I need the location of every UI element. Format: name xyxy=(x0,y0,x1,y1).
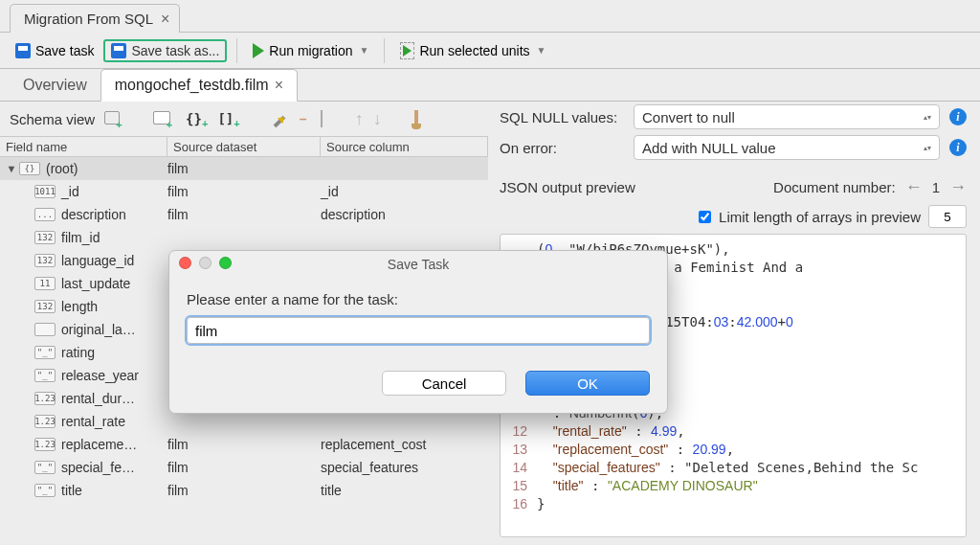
select-arrows-icon: ▴▾ xyxy=(924,114,931,121)
type-pill: 132 xyxy=(34,254,56,267)
save-icon xyxy=(15,43,31,58)
type-pill: 1011 xyxy=(34,185,56,198)
next-doc-icon[interactable]: → xyxy=(949,177,967,197)
limit-array-checkbox[interactable] xyxy=(699,211,711,223)
toolbar-separator xyxy=(384,38,385,63)
dialog-prompt: Please enter a name for the task: xyxy=(187,291,650,307)
document-number-value: 1 xyxy=(932,179,940,195)
field-name: original_la… xyxy=(61,322,136,337)
tree-row[interactable]: ▼{}(root)film xyxy=(0,157,488,180)
run-migration-label: Run migration xyxy=(269,43,352,58)
type-pill: 1.23 xyxy=(34,415,56,428)
field-name: (root) xyxy=(46,161,78,176)
cancel-button[interactable]: Cancel xyxy=(382,371,506,396)
ok-button[interactable]: OK xyxy=(525,371,650,396)
null-values-select[interactable]: Convert to null ▴▾ xyxy=(634,104,940,129)
col-field-name[interactable]: Field name xyxy=(0,137,167,156)
tab-overview[interactable]: Overview xyxy=(10,70,100,101)
null-values-label: SQL NULL values: xyxy=(500,109,624,125)
field-name: rental_dur… xyxy=(61,391,135,406)
tab-film[interactable]: mongochef_testdb.film× xyxy=(100,69,298,102)
source-column: replacement_cost xyxy=(321,437,482,452)
disclosure-triangle-icon[interactable]: ▼ xyxy=(6,163,17,174)
add-object-icon[interactable]: {}+ xyxy=(186,111,208,126)
field-name: film_id xyxy=(61,230,100,245)
on-error-label: On error: xyxy=(500,140,624,156)
type-pill: "_" xyxy=(34,484,56,497)
field-name: language_id xyxy=(61,253,134,268)
type-pill: 11 xyxy=(34,277,56,290)
field-name: _id xyxy=(61,184,79,199)
main-tab-migration[interactable]: Migration From SQL × xyxy=(10,4,180,33)
source-dataset: film xyxy=(167,460,321,475)
field-name: title xyxy=(61,483,82,498)
close-icon[interactable]: × xyxy=(275,77,283,93)
type-pill xyxy=(34,323,56,336)
save-as-icon xyxy=(111,43,126,58)
document-number-label: Document number: xyxy=(773,179,896,195)
source-dataset: film xyxy=(167,184,321,199)
run-selected-button[interactable]: Run selected units ▼ xyxy=(394,38,551,63)
source-dataset: film xyxy=(167,161,321,176)
tree-row[interactable]: 132film_id xyxy=(0,226,488,249)
add-field-icon[interactable]: + xyxy=(104,111,125,127)
remove-icon[interactable]: – xyxy=(296,111,311,126)
arrow-up-icon[interactable]: ↑ xyxy=(355,109,364,129)
type-pill: 1.23 xyxy=(34,438,56,451)
main-tab-label: Migration From SQL xyxy=(24,11,153,27)
type-pill: "_" xyxy=(34,369,56,382)
dialog-title: Save Task xyxy=(388,257,449,272)
tree-row[interactable]: "_"titlefilmtitle xyxy=(0,479,488,502)
task-name-input[interactable] xyxy=(187,317,650,344)
tree-row[interactable]: "_"special_fe…filmspecial_features xyxy=(0,456,488,479)
run-selected-label: Run selected units xyxy=(419,43,529,58)
trash-icon[interactable] xyxy=(321,111,323,126)
brush-icon[interactable] xyxy=(414,110,418,128)
prev-doc-icon[interactable]: ← xyxy=(905,177,923,197)
on-error-select[interactable]: Add with NULL value ▴▾ xyxy=(634,135,940,160)
source-dataset: film xyxy=(167,207,321,222)
save-task-button[interactable]: Save task xyxy=(10,39,100,62)
chevron-down-icon: ▼ xyxy=(359,45,368,56)
close-icon[interactable]: × xyxy=(161,11,169,27)
type-pill: 1.23 xyxy=(34,392,56,405)
type-pill: "_" xyxy=(34,461,56,474)
field-name: description xyxy=(61,207,126,222)
source-column: special_features xyxy=(321,460,482,475)
info-icon[interactable]: i xyxy=(949,108,967,125)
save-task-label: Save task xyxy=(35,43,94,58)
chevron-down-icon: ▼ xyxy=(537,45,546,56)
window-minimize-icon xyxy=(199,257,212,269)
source-dataset: film xyxy=(167,437,321,452)
col-source-dataset[interactable]: Source dataset xyxy=(167,137,321,156)
source-column: title xyxy=(321,483,482,498)
schema-view-label: Schema view xyxy=(10,111,95,127)
limit-array-value[interactable] xyxy=(928,205,967,228)
field-name: replaceme… xyxy=(61,437,137,452)
add-array-icon[interactable]: []+ xyxy=(217,111,239,126)
edit-icon[interactable] xyxy=(273,111,286,126)
tree-row[interactable]: ...descriptionfilmdescription xyxy=(0,203,488,226)
window-zoom-icon[interactable] xyxy=(219,257,232,269)
save-task-dialog: Save Task Please enter a name for the ta… xyxy=(168,250,668,414)
type-pill: {} xyxy=(19,162,40,175)
type-pill: "_" xyxy=(34,346,56,359)
type-pill: ... xyxy=(34,208,56,221)
save-task-as-label: Save task as... xyxy=(131,43,219,58)
field-name: special_fe… xyxy=(61,460,135,475)
play-selected-icon xyxy=(400,42,414,59)
source-column: _id xyxy=(321,184,482,199)
save-task-as-button[interactable]: Save task as... xyxy=(103,39,227,62)
arrow-down-icon[interactable]: ↓ xyxy=(373,109,382,129)
field-name: release_year xyxy=(61,368,139,383)
limit-array-label: Limit length of arrays in preview xyxy=(719,209,921,225)
info-icon[interactable]: i xyxy=(949,139,967,156)
tree-row[interactable]: 1.23replaceme…filmreplacement_cost xyxy=(0,433,488,456)
add-grid-icon[interactable]: + xyxy=(153,111,176,127)
window-close-icon[interactable] xyxy=(179,257,191,269)
col-source-column[interactable]: Source column xyxy=(321,137,488,156)
run-migration-button[interactable]: Run migration ▼ xyxy=(247,39,374,62)
source-dataset: film xyxy=(167,483,321,498)
tree-row[interactable]: 1011_idfilm_id xyxy=(0,180,488,203)
json-preview-label: JSON output preview xyxy=(500,179,635,195)
